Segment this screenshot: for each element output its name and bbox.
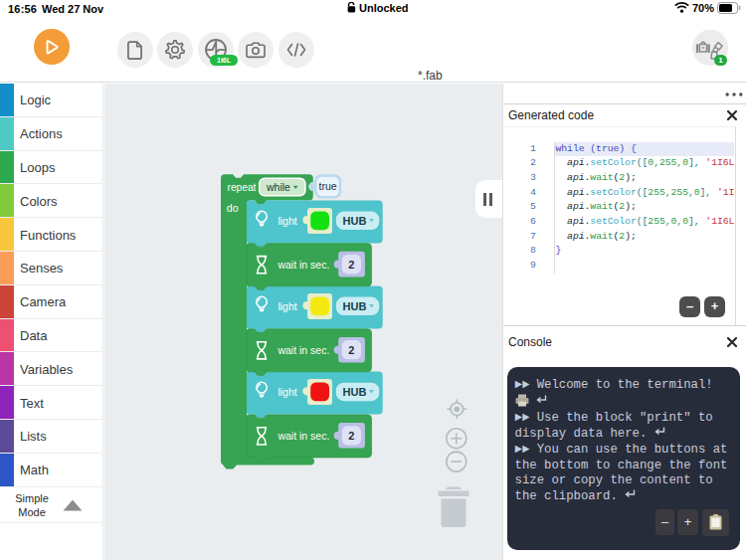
svg-text:2: 2 xyxy=(348,430,354,442)
svg-text:do: do xyxy=(227,202,239,214)
svg-text:light: light xyxy=(278,215,296,227)
svg-text:HUB: HUB xyxy=(343,215,367,227)
svg-text:HUB: HUB xyxy=(343,300,367,312)
svg-text:wait in sec.: wait in sec. xyxy=(277,259,329,271)
svg-text:2: 2 xyxy=(348,259,354,271)
svg-text:light: light xyxy=(278,386,296,398)
svg-text:2: 2 xyxy=(348,344,354,356)
svg-text:light: light xyxy=(278,300,296,312)
svg-text:HUB: HUB xyxy=(343,386,367,398)
svg-text:true: true xyxy=(319,180,337,192)
svg-text:repeat: repeat xyxy=(228,182,257,193)
svg-text:wait in sec.: wait in sec. xyxy=(277,430,329,442)
svg-text:wait in sec.: wait in sec. xyxy=(277,344,329,356)
svg-text:while: while xyxy=(266,181,290,193)
